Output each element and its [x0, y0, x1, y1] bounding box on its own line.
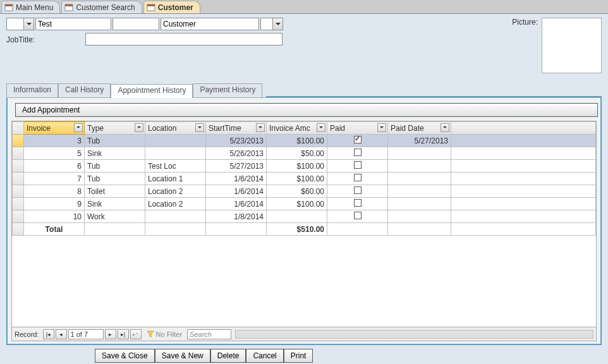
- cell-paid[interactable]: [327, 173, 388, 185]
- column-filter-icon[interactable]: [317, 123, 325, 132]
- checkbox-icon[interactable]: [354, 149, 362, 156]
- column-filter-icon[interactable]: [135, 123, 143, 132]
- title-combo[interactable]: [6, 18, 34, 30]
- record-position[interactable]: 1 of 7: [68, 329, 104, 339]
- column-filter-icon[interactable]: [377, 123, 386, 132]
- checkbox-icon[interactable]: [354, 174, 362, 181]
- tab-information[interactable]: Information: [6, 83, 58, 97]
- column-header-paid[interactable]: Paid: [327, 122, 388, 135]
- cell-amount[interactable]: $100.00: [267, 160, 327, 173]
- cell-starttime[interactable]: 1/6/2014: [206, 185, 267, 198]
- cell-location[interactable]: Location 2: [145, 198, 206, 210]
- cell-invoice[interactable]: 5: [24, 147, 85, 160]
- column-header-invoice-amc[interactable]: Invoice Amc: [267, 122, 327, 135]
- column-header-paid-date[interactable]: Paid Date: [388, 122, 451, 135]
- cell-paid[interactable]: [327, 185, 388, 198]
- cell-invoice[interactable]: 9: [24, 198, 85, 210]
- nav-last-button[interactable]: ▸|: [118, 329, 129, 339]
- checkbox-icon[interactable]: [354, 212, 362, 219]
- cell-starttime[interactable]: 5/23/2013: [206, 135, 267, 147]
- cell-paiddate[interactable]: [388, 198, 451, 210]
- cell-location[interactable]: [145, 147, 206, 160]
- cell-paiddate[interactable]: [388, 160, 451, 173]
- cell-amount[interactable]: [267, 210, 327, 223]
- cell-type[interactable]: Tub: [85, 160, 145, 173]
- middle-name-field[interactable]: [112, 18, 159, 30]
- select-all-rowheader[interactable]: [13, 122, 24, 135]
- save-close-button[interactable]: Save & Close: [95, 349, 155, 363]
- cell-amount[interactable]: $100.00: [267, 173, 327, 185]
- cell-paiddate[interactable]: [388, 147, 451, 160]
- cell-type[interactable]: Tub: [85, 135, 145, 147]
- cell-amount[interactable]: $100.00: [267, 135, 327, 147]
- first-name-field[interactable]: [35, 18, 111, 30]
- tab-payment-history[interactable]: Payment History: [193, 83, 262, 97]
- cell-invoice[interactable]: 8: [24, 185, 85, 198]
- tab-appointment-history[interactable]: Appointment History: [111, 84, 193, 98]
- print-button[interactable]: Print: [284, 349, 313, 363]
- tab-call-history[interactable]: Call History: [58, 83, 111, 97]
- cell-starttime[interactable]: 5/27/2013: [206, 160, 267, 173]
- column-header-invoice[interactable]: Invoice: [24, 122, 85, 135]
- table-row[interactable]: 5Sink5/26/2013$50.00: [13, 147, 596, 160]
- cell-invoice[interactable]: 10: [24, 210, 85, 223]
- delete-button[interactable]: Delete: [210, 349, 246, 363]
- cell-starttime[interactable]: 1/6/2014: [206, 173, 267, 185]
- cell-invoice[interactable]: 3: [24, 135, 85, 147]
- cell-amount[interactable]: $100.00: [267, 198, 327, 210]
- cell-paiddate[interactable]: 5/27/2013: [388, 135, 451, 147]
- column-filter-icon[interactable]: [256, 123, 265, 132]
- column-filter-icon[interactable]: [441, 123, 449, 132]
- row-header[interactable]: [13, 135, 24, 147]
- nav-first-button[interactable]: |◂: [43, 329, 54, 339]
- row-header[interactable]: [13, 198, 24, 210]
- cell-type[interactable]: Work: [85, 210, 145, 223]
- filter-indicator[interactable]: No Filter: [147, 331, 183, 338]
- table-row[interactable]: 8ToiletLocation 21/6/2014$60.00: [13, 185, 596, 198]
- cell-paid[interactable]: [327, 135, 388, 147]
- checkbox-icon[interactable]: [354, 161, 362, 169]
- row-header[interactable]: [13, 173, 24, 185]
- nav-next-button[interactable]: ▸: [105, 329, 116, 339]
- cell-location[interactable]: Test Loc: [145, 160, 206, 173]
- cell-paid[interactable]: [327, 198, 388, 210]
- checkbox-icon[interactable]: [354, 136, 362, 143]
- table-row[interactable]: 3Tub5/23/2013$100.005/27/2013: [13, 135, 596, 147]
- cell-location[interactable]: Location 2: [145, 185, 206, 198]
- column-header-location[interactable]: Location: [145, 122, 206, 135]
- last-name-field[interactable]: [161, 18, 259, 30]
- doc-tab-customer[interactable]: Customer: [143, 1, 200, 13]
- cell-location[interactable]: Location 1: [145, 173, 206, 185]
- checkbox-icon[interactable]: [354, 199, 362, 207]
- cell-invoice[interactable]: 6: [24, 160, 85, 173]
- cell-type[interactable]: Toilet: [85, 185, 145, 198]
- horizontal-scrollbar[interactable]: [235, 330, 593, 339]
- cell-location[interactable]: [145, 135, 206, 147]
- row-header[interactable]: [13, 185, 24, 198]
- cell-paid[interactable]: [327, 160, 388, 173]
- save-new-button[interactable]: Save & New: [155, 349, 210, 363]
- doc-tab-customer-search[interactable]: Customer Search: [61, 1, 142, 13]
- cell-starttime[interactable]: 5/26/2013: [206, 147, 267, 160]
- cancel-button[interactable]: Cancel: [246, 349, 283, 363]
- cell-paid[interactable]: [327, 210, 388, 223]
- add-appointment-button[interactable]: Add Appointment: [15, 103, 598, 117]
- table-row[interactable]: 7TubLocation 11/6/2014$100.00: [13, 173, 596, 185]
- column-filter-icon[interactable]: [195, 123, 204, 132]
- table-row[interactable]: 10Work1/8/2014: [13, 210, 596, 223]
- suffix-combo[interactable]: [260, 18, 283, 30]
- cell-starttime[interactable]: 1/6/2014: [206, 198, 267, 210]
- table-row[interactable]: 9SinkLocation 21/6/2014$100.00: [13, 198, 596, 210]
- row-header[interactable]: [13, 210, 24, 223]
- doc-tab-main-menu[interactable]: Main Menu: [1, 1, 60, 13]
- cell-invoice[interactable]: 7: [24, 173, 85, 185]
- nav-prev-button[interactable]: ◂: [56, 329, 67, 339]
- cell-location[interactable]: [145, 210, 206, 223]
- cell-starttime[interactable]: 1/8/2014: [206, 210, 267, 223]
- cell-amount[interactable]: $50.00: [267, 147, 327, 160]
- appointments-grid[interactable]: InvoiceTypeLocationStartTimeInvoice AmcP…: [11, 121, 597, 341]
- cell-paid[interactable]: [327, 147, 388, 160]
- cell-amount[interactable]: $60.00: [267, 185, 327, 198]
- picture-box[interactable]: [542, 18, 602, 73]
- row-header[interactable]: [13, 147, 24, 160]
